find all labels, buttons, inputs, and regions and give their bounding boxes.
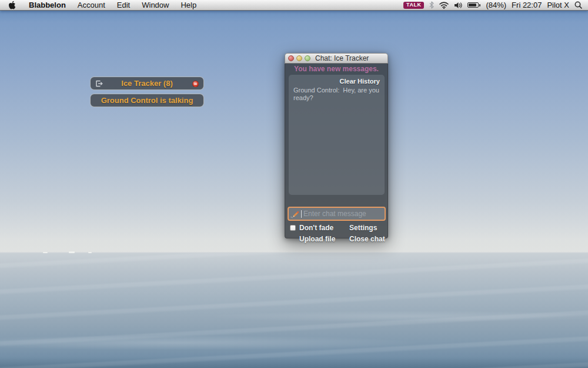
- menubar-clock[interactable]: Fri 22:07: [512, 1, 542, 9]
- chat-window-titlebar[interactable]: Chat: Ice Tracker: [285, 53, 388, 64]
- chat-window: Chat: Ice Tracker You have new messages.…: [285, 53, 388, 238]
- chat-window-body: You have new messages. Clear History Gro…: [285, 64, 388, 238]
- ice-tracker-room-pill[interactable]: Ice Tracker (8): [90, 77, 204, 90]
- text-caret: [301, 210, 302, 218]
- chat-message: Ground Control: Hey, are you ready?: [293, 87, 380, 101]
- dont-fade-checkbox[interactable]: [290, 225, 296, 231]
- chat-input-row: [288, 207, 386, 221]
- menubar-user[interactable]: Pilot X: [547, 1, 569, 9]
- window-title: Chat: Ice Tracker: [315, 54, 369, 62]
- bluetooth-icon[interactable]: [429, 1, 434, 9]
- menu-help[interactable]: Help: [175, 0, 202, 10]
- apple-logo-icon: [8, 1, 16, 9]
- menu-account[interactable]: Account: [72, 0, 111, 10]
- speaker-status-pill[interactable]: Ground Control is talking: [90, 94, 204, 107]
- upload-file-button[interactable]: Upload file: [299, 235, 335, 243]
- ice-tracker-pill-label: Ice Tracker (8): [121, 79, 172, 88]
- menu-app-title[interactable]: Blabbelon: [23, 0, 72, 10]
- exit-room-icon[interactable]: [95, 79, 103, 88]
- close-chat-button[interactable]: Close chat: [349, 235, 385, 243]
- minimize-window-button[interactable]: [296, 55, 302, 61]
- pencil-icon: [290, 210, 300, 218]
- menubar-left: Blabbelon Account Edit Window Help: [0, 0, 202, 10]
- desktop: Blabbelon Account Edit Window Help TALK: [0, 0, 588, 368]
- menubar: Blabbelon Account Edit Window Help TALK: [0, 0, 588, 11]
- menu-window[interactable]: Window: [136, 0, 175, 10]
- new-messages-banner: You have new messages.: [285, 65, 387, 73]
- distant-ship: [69, 251, 75, 253]
- distant-ship: [43, 252, 48, 253]
- distant-ship: [88, 252, 92, 253]
- settings-button[interactable]: Settings: [349, 224, 377, 232]
- clear-history-button[interactable]: Clear History: [293, 78, 380, 85]
- volume-icon[interactable]: [454, 2, 462, 9]
- zoom-window-button[interactable]: [305, 55, 310, 61]
- speaker-status-label: Ground Control is talking: [101, 96, 193, 105]
- talk-status-badge[interactable]: TALK: [403, 2, 424, 9]
- apple-menu[interactable]: [0, 0, 23, 10]
- close-window-button[interactable]: [288, 55, 294, 61]
- menu-edit[interactable]: Edit: [111, 0, 136, 10]
- wallpaper-waves: [0, 253, 588, 368]
- wifi-icon[interactable]: [439, 2, 449, 9]
- dont-fade-label[interactable]: Don't fade: [299, 224, 333, 232]
- battery-icon[interactable]: [467, 2, 480, 8]
- search-icon[interactable]: [574, 1, 582, 9]
- battery-percent: (84%): [486, 1, 506, 9]
- menubar-status: TALK: [403, 0, 588, 10]
- chat-message-input[interactable]: [303, 210, 383, 218]
- chat-history-panel[interactable]: Clear History Ground Control: Hey, are y…: [289, 75, 385, 195]
- mute-status-icon[interactable]: [192, 81, 199, 87]
